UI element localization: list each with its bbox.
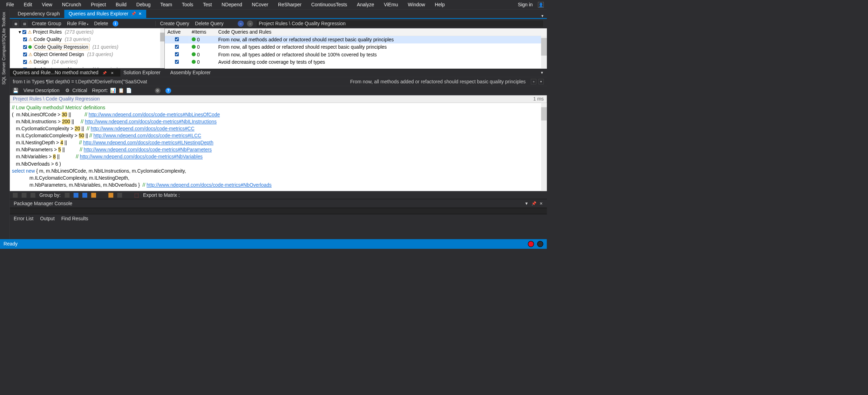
menu-view[interactable]: View [37,1,57,8]
tree-item-selected[interactable]: Code Quality Regression (11 queries) [10,43,165,50]
tab-find-results[interactable]: Find Results [61,216,88,221]
info-icon[interactable]: i [113,21,118,26]
tab-solution-explorer[interactable]: Solution Explorer [120,69,167,76]
menu-tools[interactable]: Tools [177,1,198,8]
grid-scrollbar[interactable] [541,36,547,68]
package-manager-console-body[interactable] [10,208,547,214]
settings-icon[interactable]: ⚙ [155,88,161,93]
package-manager-console-header[interactable]: Package Manager Console ▼ 📌 ✕ [10,199,547,208]
grid-row[interactable]: 0 From now, all types added or refactore… [165,43,547,51]
close-icon[interactable]: ✕ [138,12,142,16]
pin-icon[interactable]: 📌 [102,71,107,75]
tree-item[interactable]: ⚠ Object Oriented Design (13 queries) [10,51,165,58]
toolbar-icon[interactable] [30,193,35,198]
crumb-path[interactable]: Project Rules \ Code Quality Regression [13,96,100,102]
tab-dependency-graph[interactable]: Dependency Graph [13,10,64,18]
group-icon[interactable] [74,193,79,198]
pin-icon[interactable]: 📌 [131,12,136,16]
tab-error-list[interactable]: Error List [14,216,33,221]
tree-root[interactable]: ▾ ⚠ Project Rules (273 queries) [10,28,165,36]
help-icon[interactable]: ? [165,88,171,93]
code-link[interactable]: http://www.ndepend.com/docs/code-metrics… [91,126,195,132]
delete-query-button[interactable]: Delete Query [194,20,225,27]
create-group-button[interactable]: Create Group [30,20,63,27]
status-indicator-gray[interactable] [537,241,543,247]
menu-ndepend[interactable]: NDepend [217,1,247,8]
menu-viemu[interactable]: ViEmu [379,1,403,8]
code-scrollbar[interactable] [541,103,547,191]
tree-item[interactable]: ⚠ Architecture and Layering (10 queries) [10,66,165,68]
menu-debug[interactable]: Debug [131,1,156,8]
grid-row[interactable]: 0 From now, all methods added or refacto… [165,36,547,43]
add-icon[interactable]: ＋ [531,79,536,84]
tree-checkbox[interactable] [23,53,27,56]
grid-row[interactable]: 0 Avoid decreasing code coverage by test… [165,58,547,66]
tab-output[interactable]: Output [40,216,55,221]
pin-icon[interactable]: 📌 [531,201,536,206]
col-items[interactable]: #Items [189,28,216,36]
tree-checkbox[interactable] [22,30,26,34]
code-link[interactable]: http://www.ndepend.com/docs/code-metrics… [147,182,272,188]
delete-button[interactable]: Delete [93,20,110,27]
collapse-all-icon[interactable]: ▤ [22,21,27,26]
report-chart-icon[interactable]: 📊 [110,88,116,93]
menu-window[interactable]: Window [403,1,430,8]
tree-item[interactable]: ⚠ Code Quality (13 queries) [10,36,165,43]
tree-item[interactable]: ⚠ Design (14 queries) [10,58,165,65]
group-icon[interactable] [65,193,69,198]
code-link[interactable]: http://www.ndepend.com/docs/code-metrics… [89,112,220,117]
col-rules[interactable]: Code Queries and Rules [216,28,547,36]
tree-checkbox[interactable] [23,60,27,64]
code-link[interactable]: http://www.ndepend.com/docs/code-metrics… [83,140,213,146]
tree-scrollbar[interactable] [160,28,165,68]
create-query-button[interactable]: Create Query [159,20,191,27]
report-export-icon[interactable]: 📄 [126,88,132,93]
tab-assembly-explorer[interactable]: Assembly Explorer [167,69,217,76]
save-icon[interactable]: 💾 [13,88,19,93]
query-text[interactable]: from t in Types ¶let depth0 = t.DepthOfD… [13,79,350,84]
menu-continuoustests[interactable]: ContinuousTests [306,1,352,8]
menu-file[interactable]: File [1,1,19,8]
menu-project[interactable]: Project [86,1,111,8]
status-indicator-red[interactable] [528,241,534,247]
code-link[interactable]: http://www.ndepend.com/docs/code-metrics… [84,147,212,153]
tab-queries-rules-explorer[interactable]: Queries and Rules Explorer 📌 ✕ [64,10,146,18]
rule-file-dropdown[interactable]: Rule File [66,20,90,27]
close-icon[interactable]: ✕ [111,71,114,75]
code-link[interactable]: http://www.ndepend.com/docs/code-metrics… [80,154,203,160]
menu-help[interactable]: Help [430,1,449,8]
expand-all-icon[interactable]: ▦ [13,21,19,26]
col-active[interactable]: Active [165,28,189,36]
tree-checkbox[interactable] [23,37,27,41]
sign-in-link[interactable]: Sign in [515,1,536,8]
dropdown-icon[interactable]: ▾ [538,79,544,84]
row-checkbox[interactable] [175,37,179,41]
row-checkbox[interactable] [175,52,179,56]
tab-overflow-icon[interactable]: ▼ [541,14,544,18]
tab-overflow-icon[interactable]: ▼ [540,71,544,75]
dropdown-icon[interactable]: ▼ [524,201,528,206]
side-panel-tab[interactable]: SQL Server Compact/SQLite Toolbox [0,10,10,239]
export-matrix-button[interactable]: Export to Matrix : [143,192,180,198]
menu-resharper[interactable]: ReSharper [273,1,306,8]
breadcrumb-path[interactable]: Project Rules \ Code Quality Regression [256,20,544,27]
group-icon[interactable] [108,193,113,198]
tab-queries-result[interactable]: Queries and Rule...No method matched 📌 ✕ [10,69,121,76]
code-link[interactable]: http://www.ndepend.com/docs/code-metrics… [85,119,217,124]
group-icon[interactable] [117,193,122,198]
menu-edit[interactable]: Edit [19,1,37,8]
toolbar-icon[interactable] [22,193,27,198]
critical-toggle[interactable]: Critical [72,88,87,93]
tree-checkbox[interactable] [23,45,27,49]
group-icon[interactable] [82,193,87,198]
menu-team[interactable]: Team [155,1,177,8]
grid-row[interactable]: 0 From now, all types added or refactore… [165,51,547,58]
menu-build[interactable]: Build [111,1,131,8]
nav-forward-icon[interactable]: → [247,20,253,27]
tree-checkbox[interactable] [23,68,27,68]
view-description-button[interactable]: View Description [23,88,60,93]
toolbar-icon[interactable] [13,193,18,198]
row-checkbox[interactable] [175,45,179,49]
nav-back-icon[interactable]: ← [238,20,244,27]
export-icon[interactable]: ⬚ [134,192,139,198]
